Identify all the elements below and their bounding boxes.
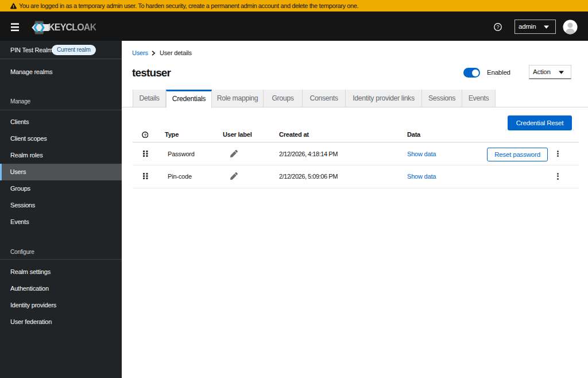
svg-text:?: ? [144,132,146,137]
svg-text:?: ? [497,24,500,30]
